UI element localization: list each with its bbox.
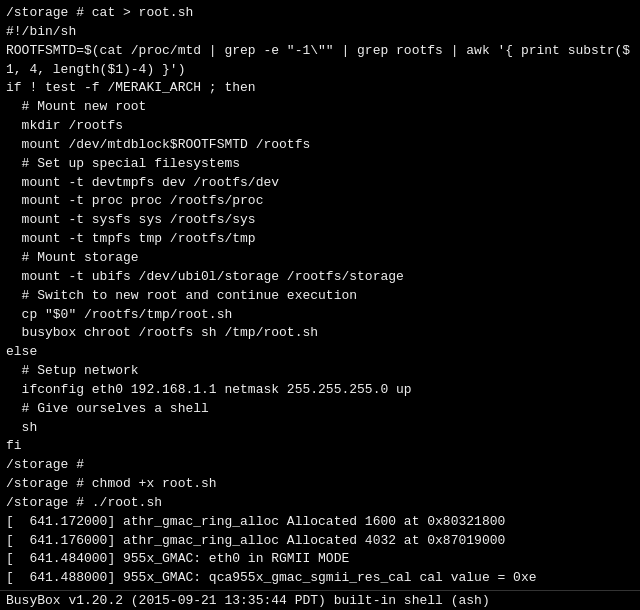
terminal-line: # Switch to new root and continue execut… — [6, 287, 634, 306]
terminal-line: [ 641.484000] 955x_GMAC: eth0 in RGMII M… — [6, 550, 634, 569]
terminal-line: [ 641.176000] athr_gmac_ring_alloc Alloc… — [6, 532, 634, 551]
terminal-line: /storage # — [6, 456, 634, 475]
terminal-line: fi — [6, 437, 634, 456]
terminal-line: /storage # chmod +x root.sh — [6, 475, 634, 494]
terminal-line: #!/bin/sh — [6, 23, 634, 42]
busybox-version: BusyBox v1.20.2 (2015-09-21 13:35:44 PDT… — [6, 593, 490, 608]
terminal-line: # Mount storage — [6, 249, 634, 268]
terminal-line: mount -t sysfs sys /rootfs/sys — [6, 211, 634, 230]
terminal-line: mount -t proc proc /rootfs/proc — [6, 192, 634, 211]
terminal-line: /storage # ./root.sh — [6, 494, 634, 513]
bottom-status-bar: BusyBox v1.20.2 (2015-09-21 13:35:44 PDT… — [0, 590, 640, 610]
terminal-line: busybox chroot /rootfs sh /tmp/root.sh — [6, 324, 634, 343]
terminal-line: # Set up special filesystems — [6, 155, 634, 174]
terminal-line: mount -t devtmpfs dev /rootfs/dev — [6, 174, 634, 193]
terminal-line: mount /dev/mtdblock$ROOTFSMTD /rootfs — [6, 136, 634, 155]
terminal-line: if ! test -f /MERAKI_ARCH ; then — [6, 79, 634, 98]
terminal-line: /storage # cat > root.sh — [6, 4, 634, 23]
terminal-output: /storage # cat > root.sh#!/bin/shROOTFSM… — [6, 4, 634, 610]
terminal-line: [ 641.488000] 955x_GMAC: qca955x_gmac_sg… — [6, 569, 634, 588]
terminal-window: /storage # cat > root.sh#!/bin/shROOTFSM… — [0, 0, 640, 610]
terminal-line: # Give ourselves a shell — [6, 400, 634, 419]
terminal-line: mount -t ubifs /dev/ubi0l/storage /rootf… — [6, 268, 634, 287]
terminal-line: ifconfig eth0 192.168.1.1 netmask 255.25… — [6, 381, 634, 400]
terminal-line: [ 641.172000] athr_gmac_ring_alloc Alloc… — [6, 513, 634, 532]
terminal-line: # Mount new root — [6, 98, 634, 117]
terminal-line: cp "$0" /rootfs/tmp/root.sh — [6, 306, 634, 325]
terminal-line: else — [6, 343, 634, 362]
terminal-line: 1, 4, length($1)-4) }') — [6, 61, 634, 80]
terminal-line: mount -t tmpfs tmp /rootfs/tmp — [6, 230, 634, 249]
terminal-line: sh — [6, 419, 634, 438]
terminal-line: mkdir /rootfs — [6, 117, 634, 136]
terminal-line: # Setup network — [6, 362, 634, 381]
terminal-line: ROOTFSMTD=$(cat /proc/mtd | grep -e "-1\… — [6, 42, 634, 61]
